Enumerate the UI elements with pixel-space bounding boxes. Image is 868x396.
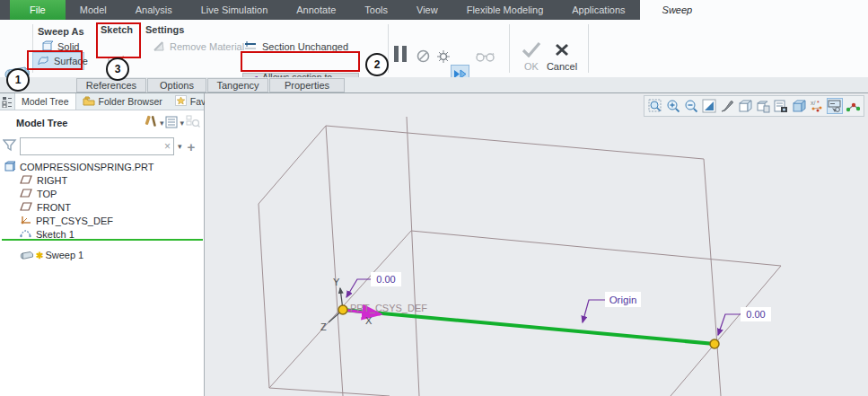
navtab-folder-browser[interactable]: Folder Browser	[76, 93, 169, 110]
tree-item-part[interactable]: COMPRESSIONSPRING.PRT	[0, 160, 204, 173]
cancel-label: Cancel	[544, 61, 580, 72]
model-tree-list: COMPRESSIONSPRING.PRT RIGHT TOP FRONT PR…	[0, 160, 204, 241]
navtab-model-tree[interactable]: Model Tree	[14, 93, 76, 110]
cancel-x-icon	[554, 48, 570, 59]
graphics-toolbar: x/*	[644, 95, 864, 117]
model-scene: Y Z X PRT_CSYS_DEF 0.00 Origin	[205, 93, 868, 396]
display-style-icon[interactable]	[737, 98, 753, 114]
svg-text:x/: x/	[811, 100, 816, 106]
axis-z-label: Z	[320, 321, 327, 332]
axis-y-label: Y	[333, 277, 340, 287]
graphics-area[interactable]: Y Z X PRT_CSYS_DEF 0.00 Origin	[205, 93, 868, 396]
clear-filter-icon[interactable]: ×	[164, 140, 171, 153]
tab-sweep-active[interactable]: Sweep	[640, 0, 715, 20]
tree-search-icon-disabled	[186, 115, 200, 130]
tab-analysis[interactable]: Analysis	[121, 0, 187, 20]
sweep-as-group-title: Sweep As	[38, 26, 84, 37]
filter-funnel-icon[interactable]	[3, 138, 17, 154]
datum-plane-icon	[20, 175, 32, 186]
csys-name-label: PRT_CSYS_DEF	[350, 303, 427, 313]
part-icon	[4, 161, 15, 173]
cancel-button[interactable]: Cancel	[544, 42, 580, 72]
origin-callout[interactable]: Origin	[583, 292, 641, 322]
tab-tools[interactable]: Tools	[350, 0, 402, 20]
ok-label: OK	[517, 61, 546, 72]
spin-center-icon[interactable]	[845, 98, 861, 114]
remove-material-option-disabled: Remove Material	[149, 38, 248, 56]
tree-item-label: PRT_CSYS_DEF	[36, 216, 113, 226]
zoom-out-icon[interactable]	[683, 98, 699, 114]
shaded-view-icon[interactable]	[791, 98, 807, 114]
navtab-model-tree-label: Model Tree	[22, 96, 69, 107]
tangency-tab[interactable]: Tangency	[207, 78, 268, 92]
appearance-icon[interactable]	[719, 98, 735, 114]
csys-icon	[20, 215, 31, 227]
tree-item-sweep1-pending[interactable]: ✱ Sweep 1	[20, 248, 83, 262]
tabbar-empty-space	[715, 0, 868, 20]
datum-plane-icon	[20, 189, 32, 199]
settings-group-title: Settings	[145, 24, 184, 35]
tab-annotate[interactable]: Annotate	[282, 0, 350, 20]
tab-view[interactable]: View	[402, 0, 452, 20]
tree-settings-caret-icon[interactable]: ▾	[180, 119, 184, 128]
datum-plane-icon	[20, 202, 32, 213]
creo-window: File Model Analysis Live Simulation Anno…	[0, 0, 868, 396]
trajectory-end-point[interactable]	[710, 339, 719, 348]
datum-display-icon[interactable]: x/*	[809, 98, 825, 114]
remove-material-label: Remove Material	[170, 41, 244, 52]
tab-model[interactable]: Model	[66, 0, 121, 20]
view-manager-icon[interactable]	[773, 98, 789, 114]
callout-number-2: 2	[365, 53, 389, 76]
model-tree-header: Model Tree ▾ ▾	[0, 111, 204, 134]
start-dimension-value: 0.00	[376, 274, 395, 285]
references-tab[interactable]: References	[76, 78, 146, 92]
tree-item-front-plane[interactable]: FRONT	[0, 200, 204, 214]
datum-wireframe	[259, 117, 781, 396]
tab-applications[interactable]: Applications	[557, 0, 639, 20]
no-preview-button[interactable]	[416, 49, 430, 65]
ok-check-icon	[522, 48, 541, 59]
tree-tools-caret-icon[interactable]: ▾	[160, 119, 164, 128]
section-icon[interactable]	[755, 98, 771, 114]
sweep-trajectory-line[interactable]	[343, 310, 715, 344]
dashboard-panel-tabs: References Options Tangency Properties	[0, 77, 868, 93]
sweep-feature-icon	[20, 249, 34, 262]
tab-flexible-modeling[interactable]: Flexible Modeling	[452, 0, 558, 20]
refit-icon[interactable]	[701, 98, 717, 114]
tree-settings-list-icon[interactable]	[165, 116, 178, 130]
pause-button[interactable]	[393, 45, 408, 65]
zoom-in-icon[interactable]	[665, 98, 681, 114]
tree-item-label: FRONT	[37, 202, 71, 213]
tree-item-csys[interactable]: PRT_CSYS_DEF	[0, 214, 204, 227]
tree-insert-locator[interactable]	[2, 239, 203, 241]
annotation-display-icon[interactable]	[827, 98, 843, 114]
tree-item-label: RIGHT	[37, 175, 67, 186]
tab-live-simulation[interactable]: Live Simulation	[187, 0, 283, 20]
callout-box-sketch	[96, 22, 141, 58]
properties-tab[interactable]: Properties	[269, 78, 345, 92]
add-filter-icon[interactable]: +	[188, 139, 196, 154]
navtab-folder-browser-label: Folder Browser	[99, 96, 162, 107]
end-dimension-value: 0.00	[746, 309, 765, 320]
callout-box-surface	[27, 50, 83, 70]
tab-file[interactable]: File	[10, 0, 66, 20]
trajectory-start-point[interactable]	[338, 305, 347, 314]
pending-star-icon: ✱	[36, 251, 43, 260]
zoom-region-icon[interactable]	[647, 98, 663, 114]
callout-number-text: 2	[374, 58, 381, 71]
callout-number-1: 1	[6, 68, 30, 92]
model-tree-title: Model Tree	[16, 118, 67, 128]
star-icon	[175, 95, 187, 108]
navigator-panel: Model Tree Folder Browser Favorites Mode…	[0, 93, 205, 396]
folder-icon	[83, 96, 95, 108]
options-tab[interactable]: Options	[147, 78, 206, 92]
navigator-tabbar: Model Tree Folder Browser Favorites	[0, 93, 204, 110]
tree-item-right-plane[interactable]: RIGHT	[0, 173, 204, 187]
tree-item-top-plane[interactable]: TOP	[0, 187, 204, 200]
filter-dropdown-caret-icon[interactable]: ▾	[178, 142, 182, 151]
tree-filter-row: × ▾ +	[0, 135, 204, 158]
feature-verify-icon[interactable]	[436, 49, 451, 65]
tree-filter-input[interactable]	[22, 139, 157, 154]
tree-tools-icon[interactable]	[145, 115, 158, 130]
remove-material-icon	[153, 40, 165, 54]
